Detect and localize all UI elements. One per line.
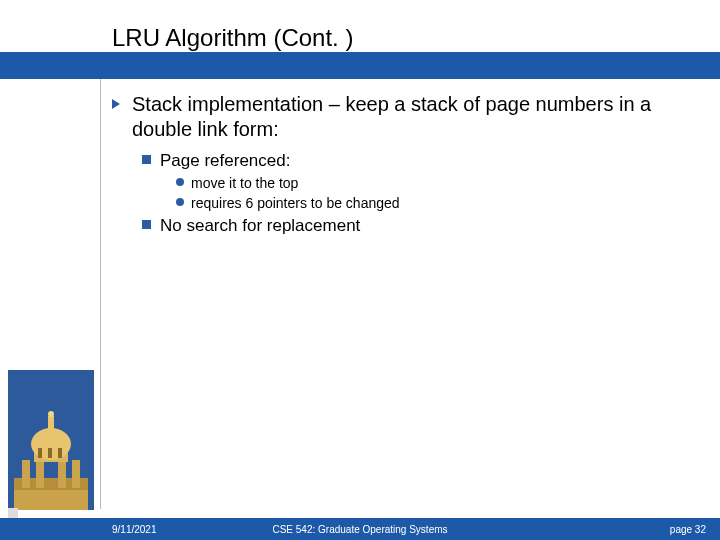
svg-rect-11: [38, 448, 42, 458]
bullet-l2b: No search for replacement: [142, 215, 702, 237]
svg-rect-6: [72, 460, 80, 488]
logo-square: [8, 508, 18, 518]
svg-rect-13: [58, 448, 62, 458]
bullet-l2a: Page referenced:: [142, 150, 702, 172]
bullet-l1: Stack implementation – keep a stack of p…: [112, 92, 702, 142]
bullet-l3b: requires 6 pointers to be changed: [176, 194, 702, 213]
svg-rect-12: [48, 448, 52, 458]
footer-page: page 32: [670, 524, 706, 535]
vertical-rule: [100, 79, 101, 509]
slide-title: LRU Algorithm (Cont. ): [112, 20, 702, 60]
footer-course: CSE 542: Graduate Operating Systems: [0, 524, 720, 535]
svg-rect-4: [36, 460, 44, 488]
svg-rect-9: [48, 416, 54, 430]
footer-date: 9/11/2021: [112, 524, 157, 535]
dome-logo: [8, 370, 94, 510]
slide-body: Stack implementation – keep a stack of p…: [112, 92, 702, 239]
svg-point-10: [48, 411, 54, 417]
bullet-l3a: move it to the top: [176, 174, 702, 193]
svg-rect-1: [14, 488, 88, 510]
svg-rect-3: [22, 460, 30, 488]
slide-title-wrap: LRU Algorithm (Cont. ): [112, 20, 702, 60]
svg-rect-5: [58, 460, 66, 488]
footer-bar: 9/11/2021 CSE 542: Graduate Operating Sy…: [0, 518, 720, 540]
